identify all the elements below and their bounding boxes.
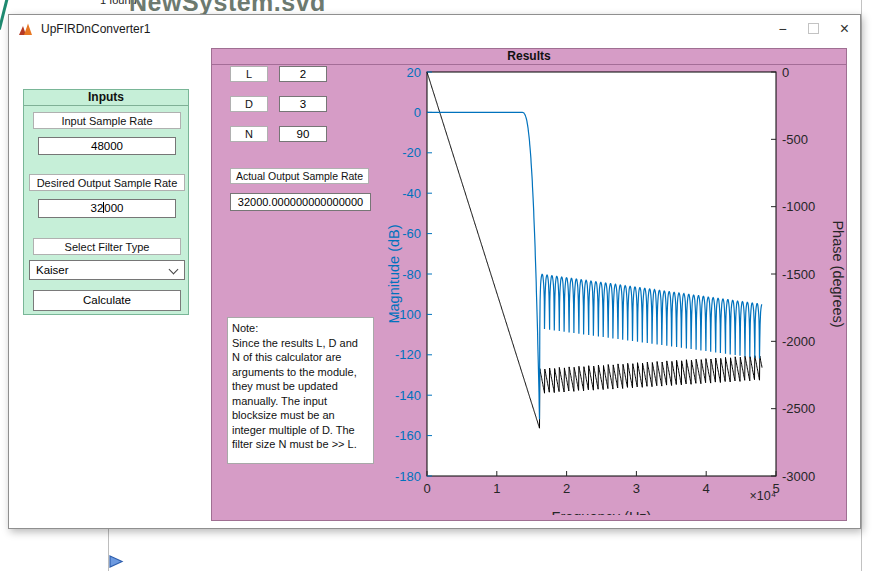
input-sample-rate-field[interactable] <box>38 137 176 155</box>
matlab-icon <box>18 22 33 36</box>
field-text: 000 <box>104 202 123 214</box>
background-play-icon <box>108 554 124 569</box>
background-divider-right <box>861 0 862 571</box>
svg-text:-3000: -3000 <box>782 469 815 484</box>
result-l-value[interactable]: 2 <box>279 66 327 82</box>
screen: 1 found NewSystem.svd UpFIRDnConverter1 … <box>0 0 878 571</box>
close-button[interactable]: × <box>829 15 860 42</box>
upfirdn-converter-window: UpFIRDnConverter1 − × Inputs Input Sampl… <box>8 14 861 529</box>
svg-text:2: 2 <box>563 481 570 496</box>
svg-text:Magnitude (dB): Magnitude (dB) <box>386 224 402 323</box>
svg-text:-2000: -2000 <box>782 334 815 349</box>
title-bar[interactable]: UpFIRDnConverter1 − × <box>9 15 860 42</box>
filter-type-value: Kaiser <box>36 264 69 276</box>
svg-text:-160: -160 <box>395 428 421 443</box>
maximize-button[interactable] <box>798 15 829 42</box>
svg-text:-120: -120 <box>395 347 421 362</box>
svg-text:1: 1 <box>493 481 500 496</box>
result-d-label: D <box>230 96 268 112</box>
svg-text:3: 3 <box>633 481 640 496</box>
calculate-button[interactable]: Calculate <box>33 290 181 311</box>
window-controls: − × <box>767 15 860 42</box>
svg-text:-140: -140 <box>395 388 421 403</box>
minimize-icon: − <box>778 21 786 37</box>
svg-text:-1000: -1000 <box>782 199 815 214</box>
svg-text:Phase (degrees): Phase (degrees) <box>830 220 846 327</box>
svg-text:-180: -180 <box>395 469 421 484</box>
result-n-value[interactable]: 90 <box>279 126 327 142</box>
svg-text:4: 4 <box>703 481 710 496</box>
svg-text:20: 20 <box>407 65 421 80</box>
field-text: 32 <box>91 202 104 214</box>
svg-text:-500: -500 <box>782 132 808 147</box>
chevron-down-icon <box>169 265 179 275</box>
note-text: Note: Since the results L, D and N of th… <box>227 317 374 464</box>
actual-output-rate-label: Actual Output Sample Rate <box>230 168 369 184</box>
results-chart: 012345200-20-40-60-80-100-120-140-160-18… <box>385 60 847 515</box>
svg-text:-40: -40 <box>402 186 421 201</box>
output-sample-rate-label: Desired Output Sample Rate <box>29 174 185 191</box>
svg-text:-80: -80 <box>402 267 421 282</box>
maximize-icon <box>808 23 819 34</box>
results-panel: Results L 2 D 3 N 90 Actual Output Sampl… <box>211 48 847 521</box>
actual-output-rate-value[interactable]: 32000.000000000000000 <box>230 193 371 211</box>
svg-text:-20: -20 <box>402 145 421 160</box>
input-sample-rate-label: Input Sample Rate <box>33 112 181 129</box>
filter-type-label: Select Filter Type <box>33 238 181 255</box>
svg-text:-60: -60 <box>402 226 421 241</box>
window-title: UpFIRDnConverter1 <box>41 22 150 36</box>
svg-text:-1500: -1500 <box>782 267 815 282</box>
inputs-panel: Inputs Input Sample Rate Desired Output … <box>23 89 189 315</box>
result-n-label: N <box>230 126 268 142</box>
close-icon: × <box>840 20 849 38</box>
result-d-value[interactable]: 3 <box>279 96 327 112</box>
svg-text:0: 0 <box>423 481 430 496</box>
result-l-label: L <box>230 66 268 82</box>
svg-text:Frequency (Hz): Frequency (Hz) <box>552 509 652 515</box>
inputs-panel-title: Inputs <box>24 90 188 106</box>
svg-text:-2500: -2500 <box>782 401 815 416</box>
svg-text:0: 0 <box>782 65 789 80</box>
filter-type-dropdown[interactable]: Kaiser <box>29 260 185 280</box>
output-sample-rate-field[interactable]: 32000 <box>38 199 176 218</box>
minimize-button[interactable]: − <box>767 15 798 42</box>
svg-text:×10⁴: ×10⁴ <box>749 489 776 503</box>
svg-text:0: 0 <box>414 105 421 120</box>
